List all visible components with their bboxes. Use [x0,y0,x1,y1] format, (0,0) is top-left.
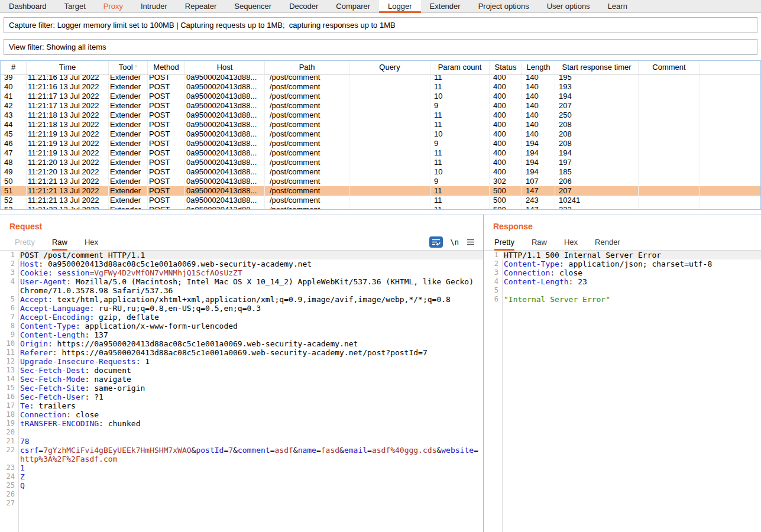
column-header-path[interactable]: Path [265,61,349,74]
cell-start-response-timer: 194 [555,92,639,101]
table-row[interactable]: 4611:21:19 13 Jul 2022ExtenderPOST0a9500… [1,139,760,148]
column-header-time[interactable]: Time [27,61,109,74]
column-header-filler [700,61,760,74]
wrap-lines-button[interactable] [429,236,443,248]
line-number: 5 [484,286,502,295]
code-text: Sec-Fetch-Site: same-origin [18,384,145,392]
tab-extender[interactable]: Extender [421,0,469,13]
line-number: 8 [0,322,18,330]
cell-query [349,82,430,92]
tab-user-options[interactable]: User options [538,0,599,13]
line-number: 16 [0,392,18,401]
column-header-param-count[interactable]: Param count [430,61,490,74]
newline-toggle[interactable]: \n [451,238,459,246]
cell-host: 0a9500020413d88... [185,129,265,139]
code-line: 14Sec-Fetch-Mode: navigate [0,375,483,384]
code-text: Accept-Encoding: gzip, deflate [18,313,159,322]
response-tab-pretty[interactable]: Pretty [494,236,514,251]
request-tab-raw[interactable]: Raw [52,236,67,251]
cell-status: 400 [490,92,522,101]
code-line: 11Referer: https://0a9500020413d88ac08c5… [0,348,483,357]
code-line: 24Z [0,472,483,481]
tab-repeater[interactable]: Repeater [176,0,225,13]
cell-comment [639,158,700,167]
cell-method: POST [148,186,185,196]
response-tab-hex[interactable]: Hex [564,236,578,251]
cell-param-count: 10 [430,92,490,101]
cell-tool: Extender [109,148,148,158]
cell-blank: 42 [1,101,27,111]
view-filter-bar[interactable]: View filter: Showing all items [4,39,757,55]
table-row[interactable]: 4311:21:18 13 Jul 2022ExtenderPOST0a9500… [1,111,760,120]
column-header-blank[interactable]: # [1,61,27,74]
request-tab-pretty[interactable]: Pretty [15,236,35,251]
response-editor[interactable]: 1HTTP/1.1 500 Internal Server Error2Cont… [484,251,761,532]
cell-start-response-timer: 208 [555,129,639,139]
line-number: 19 [0,419,18,428]
tab-sequencer[interactable]: Sequencer [225,0,280,13]
table-row[interactable]: 4711:21:19 13 Jul 2022ExtenderPOST0a9500… [1,148,760,158]
table-row[interactable]: 4811:21:20 13 Jul 2022ExtenderPOST0a9500… [1,158,760,167]
cell-tool: Extender [109,167,148,177]
code-line: 1POST /post/comment HTTP/1.1 [0,251,483,259]
column-header-method[interactable]: Method [148,61,185,74]
cell-host: 0a9500020413d88... [185,196,265,205]
line-number: 2 [0,259,18,268]
cell-start-response-timer: 206 [555,177,639,186]
tab-dashboard[interactable]: Dashboard [0,0,56,13]
table-row[interactable]: 4011:21:16 13 Jul 2022ExtenderPOST0a9500… [1,82,760,92]
tab-project-options[interactable]: Project options [469,0,538,13]
menu-icon[interactable] [467,239,475,245]
column-header-query[interactable]: Query [349,61,430,74]
column-header-length[interactable]: Length [522,61,555,74]
request-tab-hex[interactable]: Hex [85,236,98,251]
cell-filler [700,92,760,101]
table-row[interactable]: 5211:21:21 13 Jul 2022ExtenderPOST0a9500… [1,196,760,205]
column-header-tool[interactable]: Tool^ [109,61,148,74]
table-row[interactable]: 5011:21:21 13 Jul 2022ExtenderPOST0a9500… [1,177,760,186]
column-header-start-response-timer[interactable]: Start response timer [555,61,639,74]
cell-status: 302 [490,177,522,186]
tab-proxy[interactable]: Proxy [95,0,132,13]
cell-query [349,148,430,158]
code-line: 15Sec-Fetch-Site: same-origin [0,384,483,392]
cell-query [349,158,430,167]
column-header-comment[interactable]: Comment [639,61,700,74]
cell-comment [639,196,700,205]
table-row[interactable]: 3911:21:16 13 Jul 2022ExtenderPOST0a9500… [1,75,760,82]
column-header-status[interactable]: Status [490,61,522,74]
table-row[interactable]: 4911:21:20 13 Jul 2022ExtenderPOST0a9500… [1,167,760,177]
cell-comment [639,205,700,209]
response-tab-render[interactable]: Render [595,236,620,251]
cell-time: 11:21:18 13 Jul 2022 [27,111,109,120]
tab-comparer[interactable]: Comparer [327,0,379,13]
cell-filler [700,101,760,111]
cell-filler [700,177,760,186]
column-header-host[interactable]: Host [185,61,265,74]
tab-learn[interactable]: Learn [599,0,636,13]
cell-status: 400 [490,75,522,82]
response-tab-raw[interactable]: Raw [532,236,547,251]
code-line: 8Content-Type: application/x-www-form-ur… [0,322,483,330]
tab-logger[interactable]: Logger [379,0,420,13]
cell-status: 400 [490,148,522,158]
request-editor[interactable]: 1POST /post/comment HTTP/1.12Host: 0a950… [0,251,483,532]
tab-decoder[interactable]: Decoder [280,0,327,13]
tab-intruder[interactable]: Intruder [132,0,176,13]
line-number: 10 [0,339,18,348]
table-row[interactable]: 5111:21:21 13 Jul 2022ExtenderPOST0a9500… [1,186,760,196]
cell-method: POST [148,129,185,139]
capture-filter-bar[interactable]: Capture filter: Logger memory limit set … [4,17,757,33]
table-row[interactable]: 5311:21:22 13 Jul 2022ExtenderPOST0a9500… [1,205,760,209]
cell-method: POST [148,92,185,101]
table-row[interactable]: 4511:21:19 13 Jul 2022ExtenderPOST0a9500… [1,129,760,139]
code-text: 1 [18,463,25,472]
table-row[interactable]: 4211:21:17 13 Jul 2022ExtenderPOST0a9500… [1,101,760,111]
table-row[interactable]: 4411:21:18 13 Jul 2022ExtenderPOST0a9500… [1,120,760,129]
table-row[interactable]: 4111:21:17 13 Jul 2022ExtenderPOST0a9500… [1,92,760,101]
wrap-icon [432,238,441,246]
cell-path: /post/comment [265,196,349,205]
cell-host: 0a9500020413d88... [185,205,265,209]
cell-method: POST [148,101,185,111]
tab-target[interactable]: Target [56,0,95,13]
